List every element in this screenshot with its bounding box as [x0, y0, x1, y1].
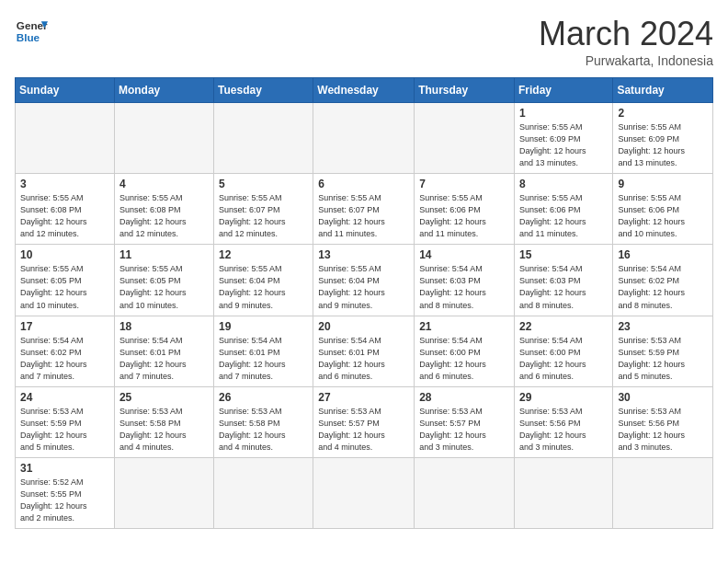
day-header-thursday: Thursday [415, 78, 515, 103]
calendar-week-2: 3Sunrise: 5:55 AM Sunset: 6:08 PM Daylig… [16, 174, 713, 245]
day-number: 5 [219, 178, 308, 190]
calendar-cell: 31Sunrise: 5:52 AM Sunset: 5:55 PM Dayli… [16, 457, 115, 528]
day-info: Sunrise: 5:55 AM Sunset: 6:04 PM Dayligh… [219, 263, 308, 311]
calendar-cell [313, 457, 415, 528]
day-number: 10 [20, 248, 109, 261]
day-number: 11 [119, 248, 209, 261]
day-info: Sunrise: 5:53 AM Sunset: 5:58 PM Dayligh… [219, 406, 308, 454]
day-number: 17 [20, 320, 109, 333]
calendar-cell [514, 457, 612, 528]
day-info: Sunrise: 5:55 AM Sunset: 6:09 PM Dayligh… [519, 121, 608, 169]
calendar-cell: 7Sunrise: 5:55 AM Sunset: 6:06 PM Daylig… [415, 174, 515, 245]
day-info: Sunrise: 5:54 AM Sunset: 6:00 PM Dayligh… [519, 335, 608, 383]
calendar-cell: 17Sunrise: 5:54 AM Sunset: 6:02 PM Dayli… [16, 316, 115, 386]
day-info: Sunrise: 5:54 AM Sunset: 6:03 PM Dayligh… [519, 263, 608, 311]
logo: General Blue [15, 15, 48, 48]
calendar-week-6: 31Sunrise: 5:52 AM Sunset: 5:55 PM Dayli… [16, 457, 713, 528]
day-number: 27 [318, 391, 409, 404]
calendar-cell: 26Sunrise: 5:53 AM Sunset: 5:58 PM Dayli… [214, 386, 313, 457]
calendar-table: SundayMondayTuesdayWednesdayThursdayFrid… [15, 77, 713, 529]
day-number: 13 [318, 248, 409, 261]
day-header-tuesday: Tuesday [214, 78, 313, 103]
calendar-cell [214, 457, 313, 528]
calendar-cell: 5Sunrise: 5:55 AM Sunset: 6:07 PM Daylig… [214, 174, 313, 245]
calendar-cell: 4Sunrise: 5:55 AM Sunset: 6:08 PM Daylig… [114, 174, 213, 245]
days-header-row: SundayMondayTuesdayWednesdayThursdayFrid… [16, 78, 713, 103]
day-number: 8 [519, 178, 608, 190]
day-number: 6 [318, 178, 409, 190]
day-info: Sunrise: 5:53 AM Sunset: 5:57 PM Dayligh… [419, 406, 509, 454]
day-header-friday: Friday [514, 78, 612, 103]
calendar-cell: 2Sunrise: 5:55 AM Sunset: 6:09 PM Daylig… [613, 103, 713, 174]
day-info: Sunrise: 5:53 AM Sunset: 5:56 PM Dayligh… [618, 406, 708, 454]
day-header-sunday: Sunday [16, 78, 115, 103]
calendar-week-4: 17Sunrise: 5:54 AM Sunset: 6:02 PM Dayli… [16, 316, 713, 386]
day-info: Sunrise: 5:55 AM Sunset: 6:05 PM Dayligh… [20, 263, 109, 311]
calendar-cell [415, 457, 515, 528]
calendar-cell: 29Sunrise: 5:53 AM Sunset: 5:56 PM Dayli… [514, 386, 612, 457]
calendar-cell: 3Sunrise: 5:55 AM Sunset: 6:08 PM Daylig… [16, 174, 115, 245]
day-info: Sunrise: 5:54 AM Sunset: 6:02 PM Dayligh… [618, 263, 708, 311]
day-number: 3 [20, 178, 109, 190]
day-info: Sunrise: 5:55 AM Sunset: 6:08 PM Dayligh… [119, 192, 209, 240]
day-number: 29 [519, 391, 608, 404]
day-info: Sunrise: 5:55 AM Sunset: 6:05 PM Dayligh… [119, 263, 209, 311]
day-info: Sunrise: 5:53 AM Sunset: 5:59 PM Dayligh… [20, 406, 109, 454]
day-header-monday: Monday [114, 78, 213, 103]
calendar-cell: 24Sunrise: 5:53 AM Sunset: 5:59 PM Dayli… [16, 386, 115, 457]
day-number: 16 [618, 248, 708, 261]
calendar-cell: 20Sunrise: 5:54 AM Sunset: 6:01 PM Dayli… [313, 316, 415, 386]
calendar-cell: 14Sunrise: 5:54 AM Sunset: 6:03 PM Dayli… [415, 245, 515, 316]
title-block: March 2024 Purwakarta, Indonesia [539, 15, 713, 68]
calendar-week-1: 1Sunrise: 5:55 AM Sunset: 6:09 PM Daylig… [16, 103, 713, 174]
day-number: 20 [318, 320, 409, 333]
day-info: Sunrise: 5:55 AM Sunset: 6:06 PM Dayligh… [519, 192, 608, 240]
day-info: Sunrise: 5:53 AM Sunset: 5:56 PM Dayligh… [519, 406, 608, 454]
day-number: 30 [618, 391, 708, 404]
calendar-week-3: 10Sunrise: 5:55 AM Sunset: 6:05 PM Dayli… [16, 245, 713, 316]
calendar-cell: 27Sunrise: 5:53 AM Sunset: 5:57 PM Dayli… [313, 386, 415, 457]
calendar-cell: 10Sunrise: 5:55 AM Sunset: 6:05 PM Dayli… [16, 245, 115, 316]
calendar-cell: 19Sunrise: 5:54 AM Sunset: 6:01 PM Dayli… [214, 316, 313, 386]
svg-text:General: General [17, 19, 48, 31]
calendar-cell: 11Sunrise: 5:55 AM Sunset: 6:05 PM Dayli… [114, 245, 213, 316]
day-number: 1 [519, 107, 608, 120]
day-number: 26 [219, 391, 308, 404]
calendar-cell [313, 103, 415, 174]
calendar-cell [415, 103, 515, 174]
day-number: 14 [419, 248, 509, 261]
day-info: Sunrise: 5:54 AM Sunset: 6:00 PM Dayligh… [419, 335, 509, 383]
calendar-cell: 15Sunrise: 5:54 AM Sunset: 6:03 PM Dayli… [514, 245, 612, 316]
calendar-cell: 23Sunrise: 5:53 AM Sunset: 5:59 PM Dayli… [613, 316, 713, 386]
day-info: Sunrise: 5:54 AM Sunset: 6:01 PM Dayligh… [119, 335, 209, 383]
day-info: Sunrise: 5:55 AM Sunset: 6:07 PM Dayligh… [219, 192, 308, 240]
calendar-cell: 16Sunrise: 5:54 AM Sunset: 6:02 PM Dayli… [613, 245, 713, 316]
day-info: Sunrise: 5:55 AM Sunset: 6:07 PM Dayligh… [318, 192, 409, 240]
day-info: Sunrise: 5:54 AM Sunset: 6:01 PM Dayligh… [318, 335, 409, 383]
calendar-cell [114, 103, 213, 174]
calendar-cell: 6Sunrise: 5:55 AM Sunset: 6:07 PM Daylig… [313, 174, 415, 245]
day-info: Sunrise: 5:54 AM Sunset: 6:03 PM Dayligh… [419, 263, 509, 311]
day-number: 19 [219, 320, 308, 333]
day-info: Sunrise: 5:55 AM Sunset: 6:04 PM Dayligh… [318, 263, 409, 311]
day-info: Sunrise: 5:53 AM Sunset: 5:58 PM Dayligh… [119, 406, 209, 454]
calendar-cell: 18Sunrise: 5:54 AM Sunset: 6:01 PM Dayli… [114, 316, 213, 386]
calendar-cell [16, 103, 115, 174]
day-info: Sunrise: 5:54 AM Sunset: 6:02 PM Dayligh… [20, 335, 109, 383]
calendar-cell: 12Sunrise: 5:55 AM Sunset: 6:04 PM Dayli… [214, 245, 313, 316]
calendar-cell: 30Sunrise: 5:53 AM Sunset: 5:56 PM Dayli… [613, 386, 713, 457]
day-info: Sunrise: 5:55 AM Sunset: 6:09 PM Dayligh… [618, 121, 708, 169]
calendar-cell: 22Sunrise: 5:54 AM Sunset: 6:00 PM Dayli… [514, 316, 612, 386]
day-number: 4 [119, 178, 209, 190]
day-number: 31 [20, 462, 109, 475]
day-number: 15 [519, 248, 608, 261]
day-number: 18 [119, 320, 209, 333]
day-number: 22 [519, 320, 608, 333]
day-info: Sunrise: 5:53 AM Sunset: 5:59 PM Dayligh… [618, 335, 708, 383]
svg-text:Blue: Blue [17, 31, 40, 43]
calendar-week-5: 24Sunrise: 5:53 AM Sunset: 5:59 PM Dayli… [16, 386, 713, 457]
day-info: Sunrise: 5:55 AM Sunset: 6:06 PM Dayligh… [419, 192, 509, 240]
month-title: March 2024 [539, 15, 713, 53]
day-header-saturday: Saturday [613, 78, 713, 103]
day-number: 7 [419, 178, 509, 190]
